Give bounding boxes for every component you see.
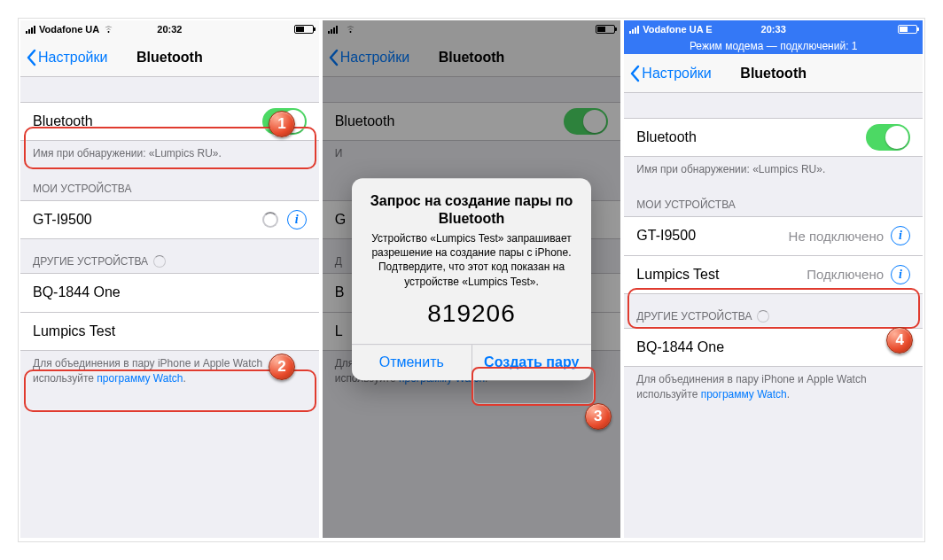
step-marker-2: 2	[269, 354, 295, 380]
device-name: Lumpics Test	[33, 323, 115, 339]
info-button[interactable]: i	[287, 210, 307, 229]
spinner-icon	[262, 212, 278, 228]
carrier-text: Vodafone UA	[39, 24, 99, 35]
nav-bar: Настройки Bluetooth	[20, 38, 319, 77]
screen-3: Vodafone UA E 20:33 Режим модема — подкл…	[624, 20, 923, 538]
alert-message: Устройство «Lumpics Test» запрашивает ра…	[364, 231, 579, 289]
signal-icon	[26, 26, 35, 34]
alert-cancel-button[interactable]: Отменить	[352, 345, 472, 380]
other-device-row[interactable]: BQ-1844 One	[624, 328, 923, 367]
back-label: Настройки	[38, 50, 107, 66]
nav-bar: Настройки Bluetooth	[624, 54, 923, 93]
pairing-foot: Для объединения в пару iPhone и Apple Wa…	[624, 367, 923, 408]
my-device-row-1[interactable]: GT-I9500 Не подключено i	[624, 216, 923, 255]
status-bar: Vodafone UA 20:32	[20, 20, 319, 38]
step-marker-3: 3	[585, 403, 612, 430]
info-button[interactable]: i	[891, 226, 910, 245]
hotspot-bar[interactable]: Режим модема — подключений: 1	[624, 38, 923, 54]
toggle-label: Bluetooth	[33, 113, 93, 129]
status-time: 20:33	[761, 24, 786, 35]
back-button[interactable]: Настройки	[26, 49, 107, 66]
screen-2: Настройки Bluetooth Bluetooth И G Д B L …	[323, 20, 621, 538]
other-devices-header: ДРУГИЕ УСТРОЙСТВА	[20, 239, 319, 273]
spinner-icon	[757, 310, 769, 323]
device-status: Не подключено	[789, 229, 884, 244]
my-device-row-2[interactable]: Lumpics Test Подключено i	[624, 255, 923, 294]
alert-title: Запрос на создание пары по Bluetooth	[364, 192, 579, 228]
discoverable-text: Имя при обнаружении: «Lumpics RU».	[624, 157, 923, 183]
watch-app-link[interactable]: программу Watch	[97, 372, 183, 385]
info-button[interactable]: i	[891, 265, 910, 284]
device-name: BQ-1844 One	[636, 339, 724, 355]
battery-icon	[898, 25, 917, 34]
other-device-row-2[interactable]: Lumpics Test	[20, 312, 319, 351]
device-name: GT-I9500	[636, 228, 696, 244]
alert-pair-button[interactable]: Создать пару	[472, 345, 592, 380]
back-button[interactable]: Настройки	[629, 65, 711, 82]
pairing-alert: Запрос на создание пары по Bluetooth Уст…	[352, 178, 591, 380]
my-devices-header: МОИ УСТРОЙСТВА	[624, 183, 923, 216]
status-time: 20:32	[157, 24, 182, 35]
other-device-row-1[interactable]: BQ-1844 One	[20, 273, 319, 312]
battery-icon	[294, 25, 314, 34]
spinner-icon	[153, 255, 166, 268]
screen-1: Vodafone UA 20:32 Настройки Bluetooth Bl…	[20, 20, 319, 538]
other-devices-header: ДРУГИЕ УСТРОЙСТВА	[624, 294, 923, 328]
carrier-text: Vodafone UA E	[643, 24, 712, 35]
bluetooth-toggle-row: Bluetooth	[624, 118, 923, 157]
chevron-left-icon	[629, 65, 640, 82]
my-device-row[interactable]: GT-I9500 i	[20, 200, 319, 239]
alert-code: 819206	[364, 299, 579, 328]
device-status: Подключено	[807, 267, 884, 282]
tutorial-triptych: Vodafone UA 20:32 Настройки Bluetooth Bl…	[18, 18, 925, 542]
bluetooth-switch[interactable]	[866, 124, 910, 151]
wifi-icon	[103, 25, 114, 34]
watch-app-link[interactable]: программу Watch	[701, 388, 787, 401]
signal-icon	[629, 26, 639, 34]
chevron-left-icon	[26, 49, 36, 66]
device-name: Lumpics Test	[636, 267, 719, 283]
step-marker-1: 1	[269, 111, 295, 137]
discoverable-text: Имя при обнаружении: «Lumpics RU».	[20, 141, 319, 167]
device-name: GT-I9500	[33, 212, 92, 228]
status-bar: Vodafone UA E 20:33	[624, 20, 923, 38]
my-devices-header: МОИ УСТРОЙСТВА	[20, 167, 319, 200]
device-name: BQ-1844 One	[33, 284, 121, 300]
